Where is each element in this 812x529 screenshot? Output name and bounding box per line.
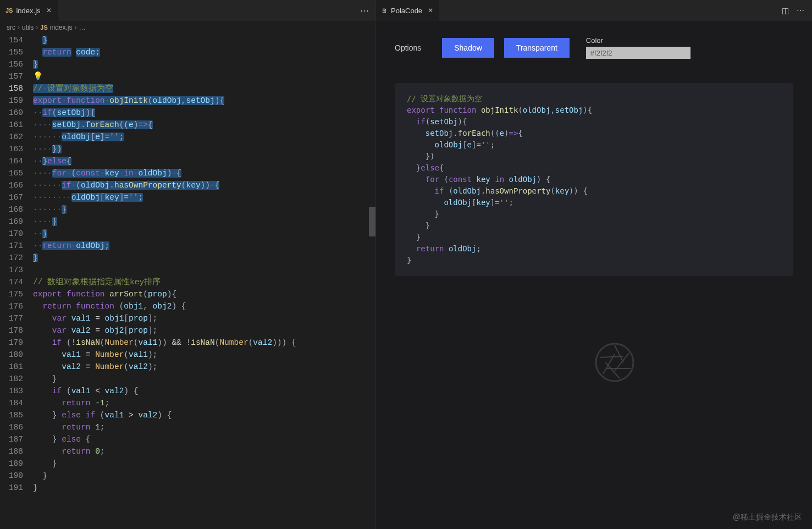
right-tab-bar: 🗎 PolaCode ✕ ◫ ⋯ bbox=[376, 0, 812, 21]
polacode-pane: 🗎 PolaCode ✕ ◫ ⋯ Options Shadow Transpar… bbox=[376, 0, 812, 529]
scrollbar-thumb[interactable] bbox=[369, 207, 375, 236]
tab-index-js[interactable]: JS index.js ✕ bbox=[0, 0, 58, 21]
file-icon: 🗎 bbox=[382, 7, 388, 14]
options-row: Options Shadow Transparent Color bbox=[376, 21, 812, 72]
more-icon[interactable]: ⋯ bbox=[353, 5, 375, 16]
close-icon[interactable]: ✕ bbox=[46, 7, 52, 14]
transparent-button[interactable]: Transparent bbox=[504, 38, 570, 58]
chevron-right-icon: › bbox=[18, 24, 20, 31]
chevron-right-icon: › bbox=[75, 24, 77, 31]
js-file-icon: JS bbox=[5, 7, 13, 14]
editor-pane: JS index.js ✕ ⋯ src › utils › JS index.j… bbox=[0, 0, 376, 529]
watermark: @稀土掘金技术社区 bbox=[733, 513, 802, 522]
code-snippet-card: // 设置对象数据为空export function objInitk(oldO… bbox=[395, 83, 793, 276]
bc-file[interactable]: index.js bbox=[50, 24, 73, 31]
color-label: Color bbox=[586, 36, 691, 45]
bc-utils[interactable]: utils bbox=[22, 24, 34, 31]
split-editor-icon[interactable]: ◫ bbox=[782, 6, 789, 15]
options-label: Options bbox=[395, 43, 421, 52]
code-editor[interactable]: 1541551561571581591601611621631641651661… bbox=[0, 34, 375, 529]
left-tab-bar: JS index.js ✕ ⋯ bbox=[0, 0, 375, 21]
breadcrumb[interactable]: src › utils › JS index.js › … bbox=[0, 21, 375, 34]
shutter-icon[interactable] bbox=[593, 341, 636, 384]
shadow-button[interactable]: Shadow bbox=[442, 38, 494, 58]
tab-polacode[interactable]: 🗎 PolaCode ✕ bbox=[376, 0, 439, 21]
tab-label: index.js bbox=[16, 7, 40, 15]
close-icon[interactable]: ✕ bbox=[428, 7, 433, 14]
chevron-right-icon: › bbox=[36, 24, 38, 31]
line-number-gutter: 1541551561571581591601611621631641651661… bbox=[0, 34, 33, 529]
tab-label: PolaCode bbox=[391, 7, 422, 15]
bc-src[interactable]: src bbox=[7, 24, 15, 31]
js-file-icon: JS bbox=[40, 24, 47, 31]
more-icon[interactable]: ⋯ bbox=[797, 6, 804, 15]
code-content[interactable]: } return code;}💡//·设置对象数据为空export·functi… bbox=[33, 34, 375, 529]
svg-point-0 bbox=[596, 344, 633, 381]
color-input[interactable] bbox=[586, 47, 691, 59]
bc-tail[interactable]: … bbox=[79, 24, 86, 31]
